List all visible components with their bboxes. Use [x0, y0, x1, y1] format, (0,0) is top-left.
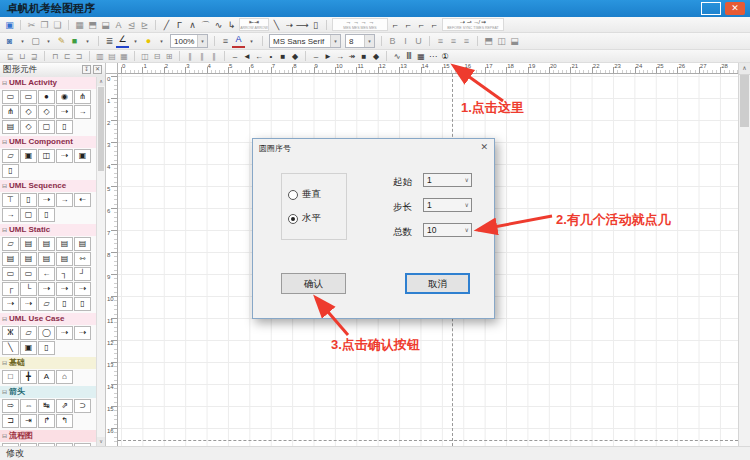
dropdown-icon[interactable]: ▾ [197, 35, 207, 47]
align-centers-icon[interactable]: ⊔ [16, 51, 28, 62]
shape-tile[interactable]: ▯ [2, 164, 19, 178]
shape-tile[interactable]: ▣ [20, 149, 37, 163]
font-size-combo[interactable]: 8▾ [345, 34, 375, 48]
section-header-6[interactable]: ⊟箭头 [0, 386, 96, 398]
align-left-icon[interactable]: ≡ [434, 35, 447, 47]
line-start-square-icon[interactable]: ■ [277, 51, 289, 62]
shape-tile[interactable]: ⵣ [2, 326, 19, 340]
curve-tool-icon[interactable]: ∿ [212, 19, 225, 31]
shape-tile[interactable]: ⇨ [2, 399, 19, 413]
align-right-icon[interactable]: ≡ [460, 35, 473, 47]
section-header-4[interactable]: ⊟UML Use Case [0, 313, 96, 325]
shape-tile[interactable]: ▭ [20, 90, 37, 104]
valign-middle-icon[interactable]: ◫ [495, 35, 508, 47]
line-start-diamond-icon[interactable]: ◆ [289, 51, 301, 62]
line-end-open-icon[interactable]: → [334, 51, 346, 62]
save-icon[interactable]: ▣ [3, 19, 16, 31]
dashed-arrow-icon[interactable]: ⇢ [283, 19, 296, 31]
dropdown-icon[interactable]: ▾ [330, 35, 340, 47]
shape-tile[interactable]: → [2, 208, 19, 222]
shape-tile[interactable]: ⇢ [56, 105, 73, 119]
rotate-left-icon[interactable]: ⊴ [125, 19, 138, 31]
shape-tile[interactable]: ▭ [20, 267, 37, 281]
shape-tile[interactable]: ▤ [2, 120, 19, 134]
shape-tile[interactable]: ⇿ [74, 252, 91, 266]
shape-tile[interactable]: ▤ [56, 252, 73, 266]
shape-tile[interactable]: ⊐ [2, 414, 19, 428]
shape-tile[interactable]: ⊤ [2, 193, 19, 207]
shape-tile[interactable]: ⇢ [38, 282, 55, 296]
shape-tile[interactable]: ↰ [56, 414, 73, 428]
line-color-dropdown-icon[interactable]: ▾ [129, 35, 142, 47]
line-end-double-icon[interactable]: ↠ [346, 51, 358, 62]
valign-bottom-icon[interactable]: ⬓ [508, 35, 521, 47]
shape-tile[interactable]: ▭ [2, 267, 19, 281]
align-bottoms-icon[interactable]: ⊐ [73, 51, 85, 62]
shape-tile[interactable]: ◇ [20, 105, 37, 119]
shape-tile[interactable]: ▱ [20, 326, 37, 340]
distribute-h-icon[interactable]: ◫ [139, 51, 151, 62]
shape-tile[interactable]: ▯ [56, 297, 73, 311]
close-button[interactable]: ✕ [725, 2, 745, 15]
shape-tile[interactable]: ⇢ [56, 326, 73, 340]
shape-style-icon[interactable]: ▢ [29, 35, 42, 47]
align-middles-icon[interactable]: ⊏ [61, 51, 73, 62]
zoom-combo[interactable]: 100%▾ [170, 34, 208, 48]
section-header-3[interactable]: ⊟UML Static [0, 224, 96, 236]
send-back-icon[interactable]: ⬓ [99, 19, 112, 31]
radio-horizontal[interactable]: 水平 [288, 212, 321, 225]
shape-tile[interactable]: ▣ [20, 341, 37, 355]
shape-tile[interactable]: ⇢ [74, 282, 91, 296]
line-end-solid-icon[interactable]: ► [322, 51, 334, 62]
font-color-icon[interactable]: A [232, 35, 245, 48]
scroll-up-icon[interactable]: ∧ [97, 77, 105, 86]
rotate-right-icon[interactable]: ⊵ [138, 19, 151, 31]
dots-icon[interactable]: ⋯ [427, 51, 439, 62]
section-header-5[interactable]: ⊟基础 [0, 357, 96, 369]
align-lefts-icon[interactable]: ⊑ [4, 51, 16, 62]
shape-tile[interactable]: ▤ [20, 237, 37, 251]
shape-tile[interactable]: ⋔ [2, 105, 19, 119]
shape-tile[interactable]: ╲ [2, 341, 19, 355]
shape-tile[interactable]: ⇢ [38, 193, 55, 207]
theme-color-dropdown-icon[interactable]: ▾ [81, 35, 94, 47]
message-cluster[interactable]: → → → →MES MES MES MES [332, 18, 388, 31]
space-more-icon[interactable]: ∥ [196, 51, 208, 62]
shape-tile[interactable]: ▤ [38, 252, 55, 266]
sidebar-scroll-thumb[interactable] [98, 87, 104, 171]
line-start-solid-icon[interactable]: ◄ [241, 51, 253, 62]
shape-tile[interactable]: ┌ [2, 282, 19, 296]
line-start-dot-icon[interactable]: • [265, 51, 277, 62]
shape-tile[interactable]: ◯ [38, 326, 55, 340]
line-start-none-icon[interactable]: – [229, 51, 241, 62]
line-weight-icon[interactable]: ≡ [219, 35, 232, 47]
collapse-icon[interactable]: ⊟ [2, 77, 7, 89]
pin-icon[interactable]: ↧ [82, 65, 91, 74]
sidebar-scrollbar[interactable]: ∧ ∨ [96, 77, 105, 446]
shape-tile[interactable]: ▯ [38, 208, 55, 222]
shape-tile[interactable]: ⇢ [74, 326, 91, 340]
step-combo[interactable]: 1 ∨ [423, 198, 472, 212]
text-tool-icon[interactable]: A [112, 19, 125, 31]
bring-front-icon[interactable]: ⬒ [86, 19, 99, 31]
shape-tile[interactable]: ▭ [2, 90, 19, 104]
shape-tile[interactable]: ▢ [20, 208, 37, 222]
shape-tile[interactable]: ▯ [74, 297, 91, 311]
wave-line-icon[interactable]: ∿ [391, 51, 403, 62]
line-end-none-icon[interactable]: – [310, 51, 322, 62]
shape-tile[interactable]: ⇗ [56, 399, 73, 413]
collapse-icon[interactable]: ⊟ [2, 430, 7, 442]
line-tool-icon[interactable]: ╱ [160, 19, 173, 31]
arrow-style-cluster[interactable]: ⇤⇥ARROW ARROW [239, 18, 269, 31]
radio-vertical-dot[interactable] [288, 190, 298, 200]
shape-tile[interactable]: ◇ [20, 120, 37, 134]
shape-tile[interactable]: ● [38, 90, 55, 104]
arc-tool-icon[interactable]: ⌒ [199, 19, 212, 31]
radio-vertical[interactable]: 垂直 [288, 188, 321, 201]
shape-tile[interactable]: ↹ [38, 399, 55, 413]
space-less-icon[interactable]: ∥ [208, 51, 220, 62]
connector-tool-icon[interactable]: ↳ [225, 19, 238, 31]
distribute-v-icon[interactable]: ⊟ [151, 51, 163, 62]
shape-tile[interactable]: ▱ [38, 297, 55, 311]
shape-tile[interactable]: ┐ [56, 267, 73, 281]
